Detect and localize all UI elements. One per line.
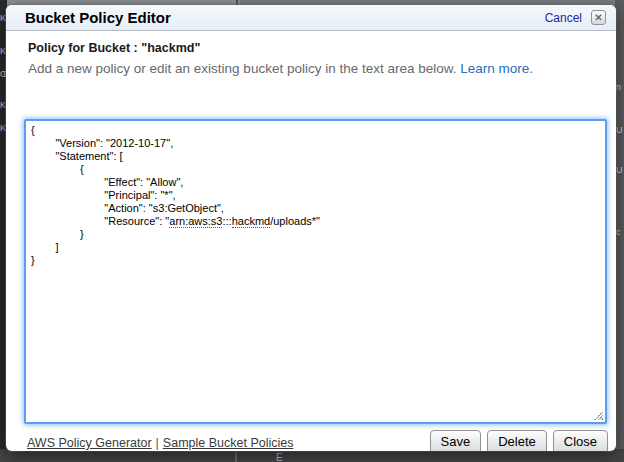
bucket-policy-subtitle: Policy for Bucket : "hackmd" — [28, 41, 200, 55]
close-button[interactable]: Close — [553, 430, 608, 451]
background-text-fragment: U — [616, 166, 624, 175]
dialog-header: Bucket Policy Editor Cancel ✕ — [6, 5, 616, 31]
background-text-fragment: U — [616, 126, 624, 135]
delete-button[interactable]: Delete — [487, 430, 547, 451]
cancel-link[interactable]: Cancel — [545, 11, 582, 25]
policy-text: { "Version": "2012-10-17", "Statement": … — [31, 124, 600, 267]
link-separator: | — [156, 436, 159, 450]
dialog-description: Add a new policy or edit an existing buc… — [28, 61, 533, 76]
bucket-policy-editor-dialog: Bucket Policy Editor Cancel ✕ Policy for… — [6, 5, 616, 451]
sample-bucket-policies-link[interactable]: Sample Bucket Policies — [163, 436, 294, 450]
footer-links: AWS Policy Generator|Sample Bucket Polic… — [27, 436, 293, 450]
dialog-title: Bucket Policy Editor — [25, 9, 545, 26]
screen: K K Œ K K n U U c E Bucket Policy Editor… — [0, 0, 624, 462]
learn-more-link[interactable]: Learn more. — [460, 61, 533, 76]
resize-handle-icon[interactable] — [593, 410, 603, 420]
description-text: Add a new policy or edit an existing buc… — [28, 61, 457, 76]
background-divider — [235, 452, 237, 462]
background-text-fragment: E — [276, 453, 283, 462]
dialog-button-row: Save Delete Close — [430, 430, 608, 451]
aws-policy-generator-link[interactable]: AWS Policy Generator — [27, 436, 152, 450]
policy-textarea[interactable]: { "Version": "2012-10-17", "Statement": … — [24, 119, 607, 424]
save-button[interactable]: Save — [430, 430, 482, 451]
background-text-fragment: c — [616, 228, 624, 237]
close-icon[interactable]: ✕ — [591, 10, 606, 25]
background-text-fragment: n — [616, 83, 624, 92]
